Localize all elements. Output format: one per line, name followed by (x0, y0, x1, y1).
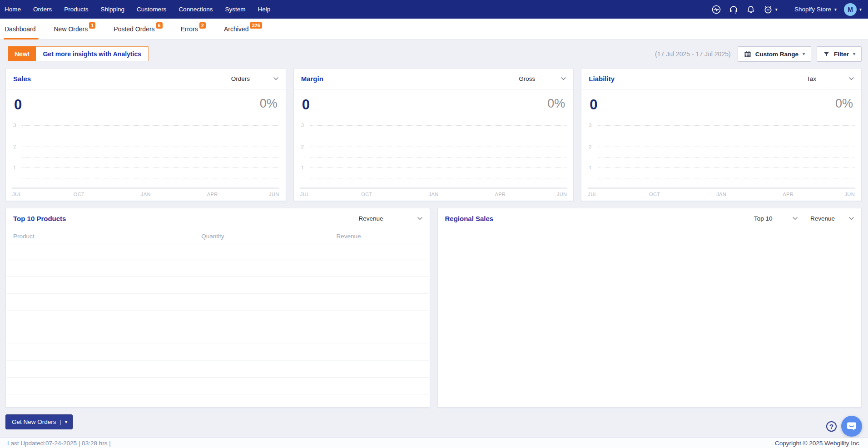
table-row (7, 344, 429, 361)
nav-item-orders[interactable]: Orders (33, 6, 52, 13)
tab-label: New Orders (54, 25, 88, 33)
chevron-down-icon (793, 217, 798, 220)
chart-gridline (598, 157, 855, 158)
filter-funnel-icon (823, 51, 830, 58)
chart-gridline (310, 167, 567, 168)
products-metric-dropdown[interactable]: Revenue (359, 215, 422, 222)
chat-widget-button[interactable] (841, 416, 862, 437)
chart-gridline (598, 167, 855, 168)
card-values: 0 0% (581, 89, 861, 113)
chevron-down-icon (417, 217, 422, 220)
toolbar-right: (17 Jul 2025 - 17 Jul 2025) Custom Range… (655, 46, 862, 62)
nav-item-home[interactable]: Home (5, 6, 21, 13)
y-axis-tick-label: 2 (589, 144, 591, 149)
stat-percent: 0% (260, 97, 278, 111)
tab-archived[interactable]: Archived 326 (224, 19, 262, 39)
dropdown-value: Revenue (810, 215, 835, 222)
y-axis-tick-label: 1 (301, 165, 304, 170)
y-axis-tick-label: 1 (13, 165, 16, 170)
chevron-down-icon (273, 77, 278, 80)
analytics-promo-button[interactable]: New! Get more insights with Analytics (8, 46, 149, 61)
regional-count-dropdown[interactable]: Top 10 (754, 215, 798, 222)
tab-badge: 2 (199, 22, 206, 29)
copyright-text: Copyright © 2025 Webgility Inc. (775, 440, 861, 447)
account-menu[interactable]: M ▾ (844, 3, 862, 16)
nav-item-system[interactable]: System (225, 6, 245, 13)
tab-badge: 326 (250, 22, 262, 29)
tab-dashboard[interactable]: Dashboard (5, 19, 36, 39)
bell-icon[interactable] (746, 5, 756, 15)
nav-item-help[interactable]: Help (258, 6, 270, 13)
tab-posted-orders[interactable]: Posted Orders 6 (114, 19, 162, 39)
main-menu: Home Orders Products Shipping Customers … (5, 6, 270, 13)
x-axis-tick-label: JUL (300, 192, 310, 197)
y-axis-tick-label: 3 (589, 123, 591, 128)
get-new-orders-button[interactable]: Get New Orders | ▾ (5, 414, 73, 429)
nav-item-customers[interactable]: Customers (137, 6, 166, 13)
nav-item-connections[interactable]: Connections (179, 6, 213, 13)
stat-value: 0 (14, 97, 22, 113)
margin-metric-dropdown[interactable]: Gross (519, 75, 566, 82)
chevron-down-icon (849, 77, 854, 80)
y-axis-tick-label: 1 (589, 165, 591, 170)
chart-gridline (22, 125, 279, 126)
chart-gridline (22, 157, 279, 158)
caret-down-icon[interactable]: ▾ (65, 420, 67, 424)
y-axis-tick-label: 3 (13, 123, 16, 128)
tab-label: Dashboard (5, 25, 36, 33)
x-axis-tick-label: JAN (716, 192, 726, 197)
x-axis-labels: JULOCTJANAPRJUN (300, 192, 567, 198)
card-values: 0 0% (294, 89, 574, 113)
chat-bubble-icon (846, 420, 858, 432)
table-row (7, 277, 429, 294)
liability-card: Liability Tax 0 0% 321JULOCTJANAPRJUN (581, 68, 862, 201)
sales-metric-dropdown[interactable]: Orders (231, 75, 278, 82)
chevron-down-icon: ▾ (775, 7, 778, 12)
nav-item-shipping[interactable]: Shipping (101, 6, 125, 13)
y-axis-tick-label: 2 (301, 144, 304, 149)
card-header: Margin Gross (294, 69, 574, 89)
date-range-text: (17 Jul 2025 - 17 Jul 2025) (655, 50, 731, 58)
card-title: Liability (589, 75, 615, 83)
navbar-divider (786, 5, 786, 14)
column-revenue: Revenue (336, 233, 422, 240)
activity-icon[interactable] (711, 5, 721, 15)
chart-gridline (22, 167, 279, 168)
chart-gridline (310, 157, 567, 158)
nav-item-products[interactable]: Products (64, 6, 88, 13)
custom-range-button[interactable]: Custom Range ▾ (738, 46, 811, 62)
tab-label: Archived (224, 25, 248, 33)
table-row (7, 327, 429, 344)
store-selector[interactable]: Shopify Store ▾ (794, 6, 837, 13)
new-badge: New! (8, 46, 36, 61)
regional-sales-panel: Regional Sales Top 10 Revenue (437, 208, 862, 408)
calendar-icon (744, 50, 751, 58)
table-row (7, 243, 429, 260)
y-axis-tick-label: 2 (13, 144, 16, 149)
tab-new-orders[interactable]: New Orders 1 (54, 19, 96, 39)
help-icon[interactable]: ? (826, 421, 837, 432)
chart-gridline (22, 178, 279, 178)
filter-button[interactable]: Filter ▾ (817, 46, 862, 62)
x-axis-tick-label: APR (783, 192, 794, 197)
table-row (7, 394, 429, 411)
chart-gridline (310, 136, 567, 136)
card-title: Sales (13, 75, 31, 83)
margin-mini-chart: 321JULOCTJANAPRJUN (300, 124, 567, 189)
card-header: Sales Orders (6, 69, 286, 89)
regional-metric-dropdown[interactable]: Revenue (810, 215, 854, 222)
x-axis-tick-label: JAN (428, 192, 438, 197)
x-axis-tick-label: OCT (649, 192, 660, 197)
get-new-orders-label: Get New Orders (12, 418, 56, 425)
table-row (7, 310, 429, 327)
store-selector-label: Shopify Store (794, 6, 831, 13)
x-axis-tick-label: APR (207, 192, 218, 197)
alarm-icon (763, 5, 773, 15)
scheduler-dropdown[interactable]: ▾ (763, 5, 778, 15)
liability-metric-dropdown[interactable]: Tax (807, 75, 854, 82)
liability-mini-chart: 321JULOCTJANAPRJUN (588, 124, 855, 189)
dropdown-value: Top 10 (754, 215, 773, 222)
caret-down-icon: ▾ (803, 52, 805, 56)
tab-errors[interactable]: Errors 2 (181, 19, 206, 39)
headset-icon[interactable] (729, 5, 739, 15)
